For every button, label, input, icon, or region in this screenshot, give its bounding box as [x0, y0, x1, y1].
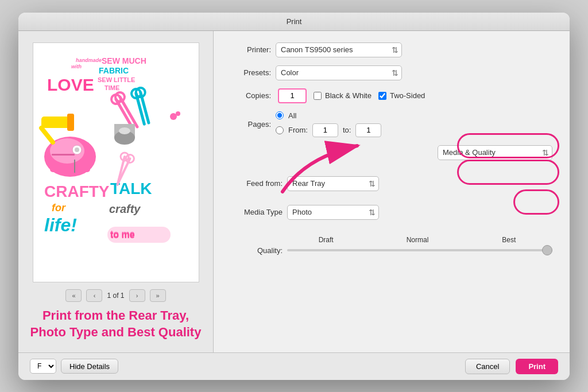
section-selector: Media & Quality ⇅: [231, 145, 552, 160]
hide-details-button[interactable]: Hide Details: [61, 359, 118, 374]
preview-image: handmade with LOVE SEW MUCH FABRIC SEW L…: [36, 42, 196, 283]
settings-panel: Printer: Canon TS9500 series ⇅ Presets: …: [214, 31, 570, 352]
title-bar: Print: [18, 13, 570, 31]
printer-select-wrapper: Canon TS9500 series ⇅: [276, 42, 402, 57]
quality-section: Draft Normal Best Quality:: [231, 236, 552, 255]
annotation-text: Print from the Rear Tray, Photo Type and…: [30, 308, 202, 340]
bottom-left: F Hide Details: [30, 359, 118, 374]
bottom-right: Cancel Print: [465, 359, 558, 374]
media-select-wrapper: Photo ⇅: [287, 205, 379, 220]
quality-slider[interactable]: [287, 249, 552, 251]
print-dialog: Print handmade with LOVE SEW M: [18, 13, 570, 380]
svg-rect-13: [52, 154, 75, 156]
svg-text:FABRIC: FABRIC: [99, 66, 129, 75]
best-label: Best: [466, 236, 552, 244]
two-sided-label: Two-Sided: [390, 91, 425, 100]
bw-label: Black & White: [325, 91, 372, 100]
printer-select[interactable]: Canon TS9500 series: [276, 42, 402, 57]
draft-label: Draft: [283, 236, 369, 244]
copies-label: Copies:: [231, 91, 271, 100]
bw-checkbox[interactable]: [314, 92, 322, 100]
svg-text:crafty: crafty: [109, 203, 141, 215]
from-input[interactable]: [312, 123, 338, 137]
page-indicator: 1 of 1: [107, 292, 124, 300]
dialog-title: Print: [287, 17, 302, 26]
copies-row: Copies: Black & White Two-Sided: [231, 88, 552, 103]
all-radio-label: All: [276, 111, 381, 120]
svg-text:CRAFTY: CRAFTY: [44, 183, 110, 200]
from-radio-label: From: to:: [276, 123, 381, 137]
feed-label: Feed from:: [231, 179, 283, 188]
svg-text:with: with: [71, 64, 82, 69]
media-label: Media Type: [231, 208, 283, 216]
pages-label: Pages:: [231, 120, 271, 129]
two-sided-checkbox-group: Two-Sided: [378, 91, 425, 100]
quality-labels-row: Draft Normal Best: [231, 236, 552, 244]
media-select[interactable]: Photo: [287, 205, 379, 220]
preview-nav: « ‹ 1 of 1 › »: [65, 289, 165, 302]
feed-from-row: Feed from: Rear Tray ⇅: [231, 176, 552, 191]
svg-text:handmade: handmade: [76, 57, 102, 63]
to-label: to:: [343, 126, 351, 134]
svg-text:SEW MUCH: SEW MUCH: [102, 56, 146, 65]
feed-select[interactable]: Rear Tray: [287, 176, 379, 191]
svg-text:life!: life!: [44, 215, 77, 235]
all-radio[interactable]: [276, 111, 284, 119]
section-select[interactable]: Media & Quality: [438, 145, 552, 160]
svg-text:to me: to me: [110, 230, 135, 240]
prev-page-button[interactable]: ‹: [86, 289, 102, 302]
svg-text:for: for: [52, 202, 66, 214]
svg-point-39: [176, 111, 180, 116]
first-page-button[interactable]: «: [65, 289, 82, 302]
pages-row: Pages: All From: to:: [231, 111, 552, 137]
svg-text:LOVE: LOVE: [47, 75, 94, 94]
preview-panel: handmade with LOVE SEW MUCH FABRIC SEW L…: [18, 31, 214, 352]
from-label: From:: [288, 126, 308, 134]
copies-input[interactable]: [278, 88, 307, 103]
media-type-row: Media Type Photo ⇅: [231, 205, 552, 220]
printer-row: Printer: Canon TS9500 series ⇅: [231, 42, 552, 57]
pages-options: All From: to:: [276, 111, 381, 137]
presets-row: Presets: Color ⇅: [231, 65, 552, 80]
next-page-button[interactable]: ›: [129, 289, 145, 302]
svg-rect-28: [67, 114, 74, 131]
from-radio[interactable]: [276, 126, 284, 134]
normal-label: Normal: [374, 236, 461, 244]
cancel-button[interactable]: Cancel: [465, 359, 510, 374]
quality-slider-row: Quality:: [231, 246, 552, 255]
bw-checkbox-group: Black & White: [314, 91, 372, 100]
preview-container: handmade with LOVE SEW MUCH FABRIC SEW L…: [33, 42, 199, 283]
all-label: All: [288, 111, 296, 120]
presets-label: Presets:: [231, 68, 271, 77]
svg-text:TALK: TALK: [110, 180, 152, 197]
svg-text:TIME: TIME: [105, 84, 119, 91]
printer-label: Printer:: [231, 45, 271, 54]
two-sided-checkbox[interactable]: [378, 92, 386, 100]
svg-rect-10: [50, 165, 90, 172]
to-input[interactable]: [355, 123, 381, 137]
svg-text:SEW LITTLE: SEW LITTLE: [98, 76, 135, 83]
bottom-bar: F Hide Details Cancel Print: [18, 352, 570, 380]
print-button[interactable]: Print: [516, 359, 558, 374]
pdf-select[interactable]: F: [30, 359, 56, 374]
svg-point-26: [119, 127, 130, 134]
svg-rect-27: [41, 117, 70, 128]
feed-select-wrapper: Rear Tray ⇅: [287, 176, 379, 191]
quality-label: Quality:: [231, 246, 283, 255]
svg-point-12: [75, 148, 79, 152]
presets-select-wrapper: Color ⇅: [276, 65, 402, 80]
section-select-wrapper: Media & Quality ⇅: [438, 145, 552, 160]
last-page-button[interactable]: »: [150, 289, 166, 302]
presets-select[interactable]: Color: [276, 65, 402, 80]
